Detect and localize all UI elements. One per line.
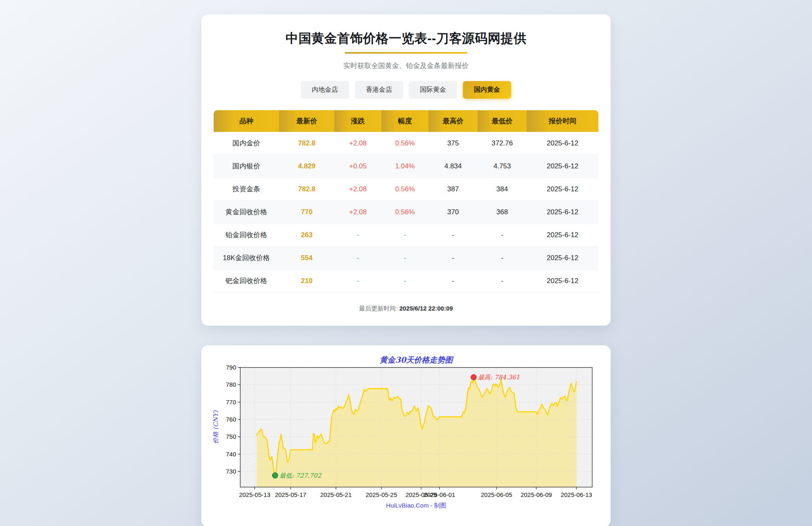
- table-cell: 2025-6-12: [527, 178, 598, 201]
- col-header: 最高价: [429, 110, 478, 132]
- table-cell: 554: [279, 247, 334, 270]
- table-row: 铂金回收价格263----2025-6-12: [214, 224, 598, 247]
- table-cell: 0.56%: [381, 201, 429, 224]
- table-row: 黄金回收价格770+2.080.56%3703682025-6-12: [214, 201, 598, 224]
- col-header: 报价时间: [527, 110, 598, 132]
- table-cell: 1.04%: [381, 155, 429, 178]
- table-cell: 263: [279, 224, 334, 247]
- max-annotation: 最高: 784.361: [478, 373, 520, 381]
- col-header: 品种: [214, 110, 279, 132]
- table-row: 国内银价4.829+0.051.04%4.8344.7532025-6-12: [214, 155, 598, 178]
- table-cell: -: [334, 224, 381, 247]
- tab-4[interactable]: 国内黄金: [463, 81, 511, 99]
- last-updated-value: 2025/6/12 22:00:09: [399, 305, 453, 312]
- table-cell: 372.76: [478, 132, 527, 155]
- x-tick-label: 2025-05-25: [366, 491, 397, 498]
- y-tick-label: 730: [226, 467, 236, 474]
- table-cell: 国内金价: [214, 132, 279, 155]
- title-underline: [345, 52, 467, 54]
- table-cell: -: [429, 247, 478, 270]
- x-tick-label: 2025-06-09: [521, 491, 552, 498]
- table-cell: 4.753: [478, 155, 527, 178]
- table-row: 国内金价782.8+2.080.56%375372.762025-6-12: [214, 132, 598, 155]
- table-cell: 钯金回收价格: [214, 270, 279, 292]
- table-cell: +2.08: [334, 178, 381, 201]
- table-cell: 387: [429, 178, 478, 201]
- x-tick-label: 2025-06-13: [561, 491, 592, 498]
- chart-watermark: HuiLvBiao.Com - 制图: [386, 502, 447, 509]
- gold-price-table: 品种最新价涨跌幅度最高价最低价报价时间 国内金价782.8+2.080.56%3…: [214, 110, 598, 292]
- table-cell: 210: [279, 270, 334, 292]
- table-cell: 0.56%: [381, 178, 429, 201]
- table-cell: -: [381, 224, 429, 247]
- table-cell: +2.08: [334, 132, 381, 155]
- table-cell: 投资金条: [214, 178, 279, 201]
- table-cell: 2025-6-12: [527, 224, 598, 247]
- y-tick-label: 790: [226, 364, 236, 371]
- table-cell: 375: [429, 132, 478, 155]
- table-cell: 770: [279, 201, 334, 224]
- y-tick-label: 760: [226, 416, 236, 423]
- table-cell: 370: [429, 201, 478, 224]
- table-cell: 0.56%: [381, 132, 429, 155]
- table-row: 18K金回收价格554----2025-6-12: [214, 247, 598, 270]
- page-subtitle: 实时获取全国黄金、铂金及金条最新报价: [214, 61, 598, 70]
- table-cell: -: [429, 270, 478, 292]
- table-cell: 2025-6-12: [527, 201, 598, 224]
- table-cell: +0.05: [334, 155, 381, 178]
- table-cell: -: [381, 270, 429, 292]
- x-tick-label: 2025-05-13: [239, 491, 271, 498]
- gold-trend-chart: 黄金30天价格走势图最高: 784.361最低: 727.70273074075…: [210, 354, 602, 519]
- tab-bar: 内地金店香港金店国际黄金国内黄金: [214, 81, 598, 99]
- x-tick-label: 2025-05-21: [320, 491, 352, 498]
- y-axis-label: 价格 (CNY): [212, 410, 219, 444]
- table-cell: 368: [478, 201, 527, 224]
- max-marker-icon: [471, 374, 476, 380]
- table-cell: -: [334, 247, 381, 270]
- table-cell: 4.829: [279, 155, 334, 178]
- min-marker-icon: [272, 472, 278, 478]
- table-cell: 铂金回收价格: [214, 224, 279, 247]
- y-tick-label: 740: [226, 450, 236, 457]
- x-tick-label: 2025-06-01: [424, 491, 455, 498]
- table-cell: -: [429, 224, 478, 247]
- table-cell: -: [478, 270, 527, 292]
- x-tick-label: 2025-06-05: [481, 491, 512, 498]
- last-updated-label: 最后更新时间:: [359, 305, 397, 312]
- page-title: 中国黄金首饰价格一览表--刀客源码网提供: [214, 30, 598, 47]
- min-annotation: 最低: 727.702: [280, 472, 322, 479]
- col-header: 最新价: [279, 110, 334, 132]
- table-cell: -: [381, 247, 429, 270]
- chart-title: 黄金30天价格走势图: [380, 355, 454, 364]
- table-cell: -: [334, 270, 381, 292]
- col-header: 涨跌: [334, 110, 381, 132]
- table-cell: 384: [478, 178, 527, 201]
- tab-1[interactable]: 内地金店: [301, 81, 349, 99]
- table-cell: -: [478, 224, 527, 247]
- table-cell: 国内银价: [214, 155, 279, 178]
- table-cell: 2025-6-12: [527, 270, 598, 292]
- table-cell: 2025-6-12: [527, 132, 598, 155]
- table-cell: -: [478, 247, 527, 270]
- chart-svg: 黄金30天价格走势图最高: 784.361最低: 727.70273074075…: [210, 354, 602, 519]
- table-cell: 782.8: [279, 132, 334, 155]
- table-cell: +2.08: [334, 201, 381, 224]
- x-tick-label: 2025-05-17: [275, 491, 307, 498]
- tab-3[interactable]: 国际黄金: [409, 81, 457, 99]
- y-tick-label: 770: [226, 398, 236, 405]
- table-header: 品种最新价涨跌幅度最高价最低价报价时间: [214, 110, 598, 132]
- y-tick-label: 780: [226, 381, 236, 388]
- col-header: 最低价: [478, 110, 527, 132]
- table-cell: 782.8: [279, 178, 334, 201]
- col-header: 幅度: [381, 110, 429, 132]
- table-cell: 黄金回收价格: [214, 201, 279, 224]
- last-updated: 最后更新时间: 2025/6/12 22:00:09: [214, 305, 598, 313]
- table-row: 投资金条782.8+2.080.56%3873842025-6-12: [214, 178, 598, 201]
- price-table-card: 中国黄金首饰价格一览表--刀客源码网提供 实时获取全国黄金、铂金及金条最新报价 …: [201, 14, 611, 326]
- table-row: 钯金回收价格210----2025-6-12: [214, 270, 598, 292]
- table-cell: 2025-6-12: [527, 155, 598, 178]
- table-cell: 4.834: [429, 155, 478, 178]
- y-tick-label: 750: [226, 433, 236, 440]
- trend-chart-card: 黄金30天价格走势图最高: 784.361最低: 727.70273074075…: [201, 345, 611, 526]
- tab-2[interactable]: 香港金店: [355, 81, 403, 99]
